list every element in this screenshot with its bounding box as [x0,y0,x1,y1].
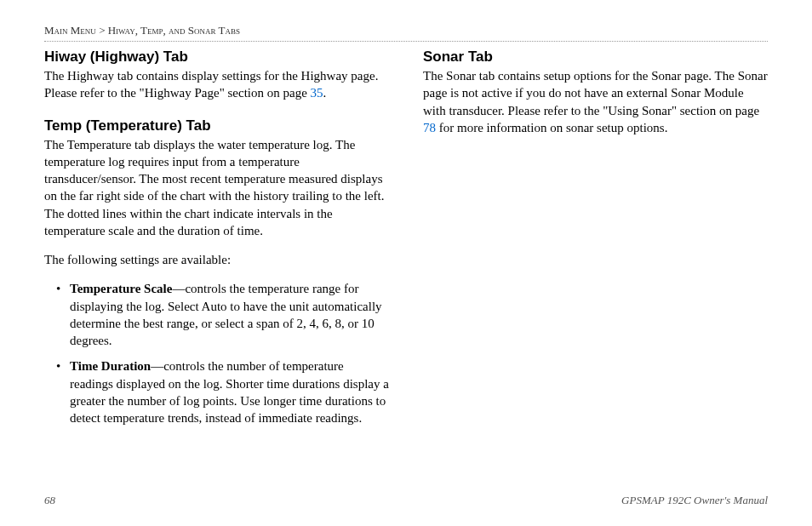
hiway-text-a: The Highway tab contains display setting… [44,69,378,100]
setting-label: Time Duration [70,359,151,373]
sonar-text-b: for more information on sonar setup opti… [436,121,667,134]
left-column: Hiway (Highway) Tab The Highway tab cont… [44,49,389,442]
page-number: 68 [44,494,55,507]
footer: 68 GPSMAP 192C Owner's Manual [44,494,768,507]
hiway-text-b: . [323,86,327,100]
right-column: Sonar Tab The Sonar tab contains setup o… [423,49,768,442]
page-link-35[interactable]: 35 [311,86,323,100]
list-item: Time Duration—controls the number of tem… [70,357,389,426]
page-link-78[interactable]: 78 [423,121,436,134]
breadcrumb: Main Menu > Hiway, Temp, and Sonar Tabs [44,24,768,42]
temp-body-1: The Temperature tab displays the water t… [44,136,389,240]
setting-label: Temperature Scale [70,282,172,295]
breadcrumb-main: Main Menu [44,24,96,37]
document-title: GPSMAP 192C Owner's Manual [621,494,768,507]
breadcrumb-sep: > [96,24,108,37]
temp-settings-list: Temperature Scale—controls the temperatu… [44,280,389,426]
content-area: Hiway (Highway) Tab The Highway tab cont… [44,49,768,442]
list-item: Temperature Scale—controls the temperatu… [70,280,389,349]
sonar-body: The Sonar tab contains setup options for… [423,67,768,136]
temp-section: Temp (Temperature) Tab The Temperature t… [44,117,389,427]
breadcrumb-sub: Hiway, Temp, and Sonar Tabs [108,24,240,37]
hiway-section: Hiway (Highway) Tab The Highway tab cont… [44,49,389,102]
sonar-title: Sonar Tab [423,49,768,66]
hiway-title: Hiway (Highway) Tab [44,49,389,66]
sonar-text-a: The Sonar tab contains setup options for… [423,69,768,117]
temp-title: Temp (Temperature) Tab [44,117,389,134]
hiway-body: The Highway tab contains display setting… [44,67,389,102]
temp-body-2: The following settings are available: [44,251,389,268]
sonar-section: Sonar Tab The Sonar tab contains setup o… [423,49,768,136]
